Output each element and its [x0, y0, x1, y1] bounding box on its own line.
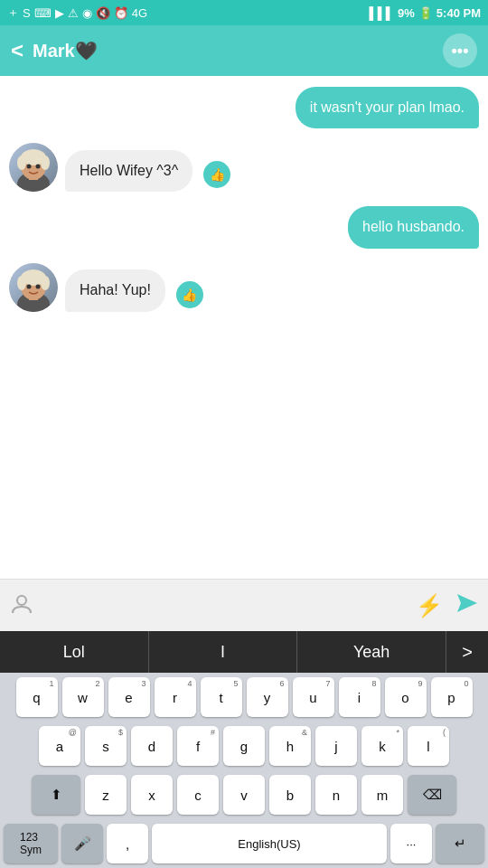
- message-text-received-2: Haha! Yup!: [80, 282, 151, 297]
- keyboard-row-4: 123Sym 🎤 , English(US) ··· ↵: [0, 819, 488, 868]
- key-a[interactable]: @a: [39, 726, 80, 766]
- key-j[interactable]: j: [315, 726, 357, 766]
- autocomplete-item-i[interactable]: I: [149, 631, 298, 673]
- svg-point-12: [17, 276, 26, 290]
- key-c[interactable]: c: [177, 775, 219, 815]
- status-left: ＋ S ⌨ ▶ ⚠ ◉ 🔇 ⏰ 4G: [7, 5, 147, 21]
- key-p[interactable]: 0p: [431, 677, 473, 717]
- header-left: < Mark🖤: [11, 38, 98, 63]
- reaction-thumbsup-2[interactable]: 👍: [176, 281, 203, 308]
- message-text-sent-top: it wasn't your plan lmao.: [310, 99, 465, 115]
- key-y[interactable]: 6y: [247, 677, 288, 717]
- message-text-received-1: Hello Wifey ^3^: [80, 163, 178, 178]
- message-text-sent-1: hello husbando.: [362, 219, 465, 234]
- message-row-sent-top: it wasn't your plan lmao.: [9, 87, 479, 128]
- message-input[interactable]: [42, 589, 405, 623]
- key-h[interactable]: &h: [269, 726, 311, 766]
- key-v[interactable]: v: [223, 775, 265, 815]
- key-u[interactable]: 7u: [293, 677, 334, 717]
- bubble-wrap-received-2: Haha! Yup!: [65, 269, 165, 311]
- send-button[interactable]: [454, 590, 479, 621]
- autocomplete-arrow[interactable]: >: [446, 642, 488, 663]
- svg-point-13: [41, 276, 50, 290]
- key-b[interactable]: b: [269, 775, 311, 815]
- s-icon: S: [23, 6, 31, 20]
- svg-point-6: [27, 165, 32, 169]
- autocomplete-bar: Lol I Yeah >: [0, 631, 488, 673]
- svg-point-16: [17, 596, 26, 605]
- key-e[interactable]: 3e: [108, 677, 150, 717]
- autocomplete-item-lol[interactable]: Lol: [0, 631, 149, 673]
- message-row-received-2: Haha! Yup! 👍: [9, 263, 479, 312]
- key-t[interactable]: 5t: [201, 677, 242, 717]
- message-row-received-1: Hello Wifey ^3^ 👍: [9, 143, 479, 192]
- key-f[interactable]: #f: [177, 726, 219, 766]
- key-w[interactable]: 2w: [62, 677, 104, 717]
- bubble-wrap-received-1: Hello Wifey ^3^: [65, 150, 192, 192]
- warning-icon: ⚠: [68, 6, 79, 20]
- key-l[interactable]: (l: [408, 726, 449, 766]
- alarm-icon: ⏰: [114, 6, 128, 20]
- keyboard: 1q 2w 3e 4r 5t 6y 7u 8i 9o 0p @a $s d #f…: [0, 673, 488, 868]
- message-bubble-received-1[interactable]: Hello Wifey ^3^: [65, 150, 192, 192]
- svg-point-14: [27, 284, 32, 288]
- bubble-wrap-sent-1: hello husbando.: [348, 206, 479, 248]
- mic-key[interactable]: 🎤: [61, 824, 103, 863]
- status-right: ▌▌▌ 9% 🔋 5:40 PM: [369, 6, 481, 20]
- signal-icon: ▌▌▌: [369, 6, 394, 20]
- bubble-wrap-sent-top: it wasn't your plan lmao.: [296, 87, 479, 128]
- key-q[interactable]: 1q: [16, 677, 58, 717]
- more-options-button[interactable]: •••: [443, 33, 477, 68]
- add-icon: ＋: [7, 5, 19, 21]
- contact-icon[interactable]: [9, 590, 34, 620]
- thumbsup-icon-2: 👍: [182, 288, 197, 302]
- dots-key[interactable]: ···: [390, 824, 432, 863]
- keyboard-row-2: @a $s d #f g &h j *k (l: [0, 722, 488, 770]
- backspace-key[interactable]: ⌫: [408, 775, 456, 815]
- avatar-image-1: [9, 143, 58, 192]
- key-r[interactable]: 4r: [155, 677, 196, 717]
- key-k[interactable]: *k: [361, 726, 403, 766]
- contact-name: Mark🖤: [33, 40, 98, 61]
- svg-point-7: [36, 165, 41, 169]
- message-bubble-received-2[interactable]: Haha! Yup!: [65, 269, 165, 311]
- key-g[interactable]: g: [223, 726, 265, 766]
- enter-key[interactable]: ↵: [436, 824, 484, 863]
- svg-marker-17: [457, 594, 477, 612]
- comma-key[interactable]: ,: [107, 824, 148, 863]
- autocomplete-item-yeah[interactable]: Yeah: [297, 631, 446, 673]
- keyboard-row-3: ⬆ z x c v b n m ⌫: [0, 770, 488, 819]
- more-dots-icon: •••: [452, 42, 469, 61]
- chat-area: it wasn't your plan lmao.: [0, 76, 488, 579]
- key-d[interactable]: d: [131, 726, 173, 766]
- reaction-thumbsup-1[interactable]: 👍: [203, 161, 230, 188]
- status-bar: ＋ S ⌨ ▶ ⚠ ◉ 🔇 ⏰ 4G ▌▌▌ 9% 🔋 5:40 PM: [0, 0, 488, 25]
- lightning-button[interactable]: ⚡: [416, 593, 443, 618]
- svg-point-5: [41, 156, 50, 170]
- key-m[interactable]: m: [361, 775, 403, 815]
- back-button[interactable]: <: [11, 38, 23, 63]
- play-icon: ▶: [55, 6, 64, 20]
- space-key[interactable]: English(US): [152, 824, 387, 863]
- message-bubble-sent-top: it wasn't your plan lmao.: [296, 87, 479, 128]
- network-icon: 4G: [132, 6, 147, 20]
- key-s[interactable]: $s: [85, 726, 127, 766]
- keyboard-icon: ⌨: [34, 6, 52, 20]
- shift-key[interactable]: ⬆: [32, 775, 80, 815]
- sym-key[interactable]: 123Sym: [4, 824, 58, 863]
- mute-icon: 🔇: [96, 6, 110, 20]
- avatar-mark-1: [9, 143, 58, 192]
- key-i[interactable]: 8i: [339, 677, 380, 717]
- svg-point-4: [17, 156, 26, 170]
- key-o[interactable]: 9o: [385, 677, 427, 717]
- avatar-mark-2: [9, 263, 58, 312]
- key-x[interactable]: x: [131, 775, 173, 815]
- avatar-image-2: [9, 263, 58, 312]
- battery-icon: 🔋: [418, 6, 433, 20]
- key-n[interactable]: n: [315, 775, 357, 815]
- header: < Mark🖤 •••: [0, 25, 488, 76]
- message-bubble-sent-1: hello husbando.: [348, 206, 479, 248]
- key-z[interactable]: z: [85, 775, 127, 815]
- time-display: 5:40 PM: [436, 6, 481, 20]
- keyboard-row-1: 1q 2w 3e 4r 5t 6y 7u 8i 9o 0p: [0, 673, 488, 722]
